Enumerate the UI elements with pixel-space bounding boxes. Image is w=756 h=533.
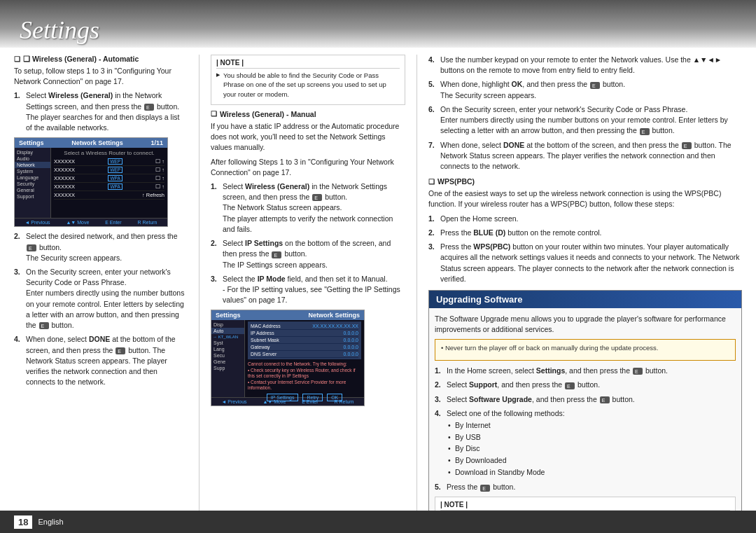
wps-heading: ❑ WPS(PBC) xyxy=(428,177,742,186)
mid-step-2: 2. Select IP Settings on the bottom of t… xyxy=(211,238,405,270)
wps-steps: 1. Open the Home screen. 2. Press the BL… xyxy=(428,214,742,284)
btn-icon-r5 xyxy=(590,82,600,89)
upgrade-step-5: 5. Press the button. xyxy=(435,482,736,492)
upgrade-step-3: 3. Select Software Upgrade, and then pre… xyxy=(435,394,736,405)
upgrade-heading: Upgrading Software xyxy=(429,291,741,308)
step-3: 3. On the Security screen, enter your ne… xyxy=(14,267,188,331)
upgrade-section: Upgrading Software The Software Upgrade … xyxy=(428,290,742,533)
wps-step-1: 1. Open the Home screen. xyxy=(428,214,742,224)
btn-icon-u3 xyxy=(600,396,610,403)
screen-mockup-1: Settings Network Settings 1/11 Display A… xyxy=(14,137,168,227)
left-steps-2-4: 2. Select the desired network, and then … xyxy=(14,231,188,387)
btn-icon-m1 xyxy=(312,194,322,201)
btn-icon-u1 xyxy=(633,368,643,375)
section2-intro: If you have a static IP address or the A… xyxy=(211,121,405,153)
section2-heading: ❑ Wireless (General) - Manual xyxy=(211,110,405,118)
section1-intro: To setup, follow steps 1 to 3 in "Config… xyxy=(14,66,188,87)
page-header: Settings xyxy=(0,0,756,48)
step-1: 1. Select Wireless (General) in the Netw… xyxy=(14,90,188,133)
mid-steps: 1. Select Wireless (General) in the Netw… xyxy=(211,181,405,305)
note-box-1: | NOTE | You should be able to find the … xyxy=(211,55,405,105)
btn-icon-r6 xyxy=(640,128,650,135)
right-column: 4. Use the number keypad on your remote … xyxy=(428,55,742,511)
wps-step-2: 2. Press the BLUE (D) button on the remo… xyxy=(428,228,742,238)
left-column: ❑ ❑ Wireless (General) - Automatic To se… xyxy=(14,55,188,511)
section1-heading: ❑ ❑ Wireless (General) - Automatic xyxy=(14,55,188,63)
right-step-4: 4. Use the number keypad on your remote … xyxy=(428,55,742,76)
btn-icon-m2 xyxy=(272,251,281,258)
upgrade-step-4: 4. Select one of the following methods: … xyxy=(435,408,736,479)
warning-box: • Never turn the player off or back on m… xyxy=(435,339,736,361)
btn-icon-4 xyxy=(115,347,125,354)
upgrade-step-1: 1. In the Home screen, select Settings, … xyxy=(435,366,736,376)
enter-icon xyxy=(27,244,36,251)
middle-column: | NOTE | You should be able to find the … xyxy=(211,55,405,511)
section2-para2: After following Steps 1 to 3 in "Configu… xyxy=(211,157,405,178)
right-step-5: 5. When done, highlight OK, and then pre… xyxy=(428,79,742,100)
enter-button-icon xyxy=(144,104,154,111)
page-footer: 18 English xyxy=(0,511,756,533)
footer-language: English xyxy=(38,518,63,526)
btn-icon-r7 xyxy=(682,142,692,149)
mid-step-1: 1. Select Wireless (General) in the Netw… xyxy=(211,181,405,235)
page-title: Settings xyxy=(20,15,99,45)
divider-2 xyxy=(416,55,417,511)
page-number: 18 xyxy=(14,515,32,529)
step-2: 2. Select the desired network, and then … xyxy=(14,231,188,263)
step-4: 4. When done, select DONE at the bottom … xyxy=(14,334,188,387)
upgrade-steps: 1. In the Home screen, select Settings, … xyxy=(435,366,736,493)
btn-icon-3 xyxy=(39,322,49,329)
right-step-7: 7. When done, select DONE at the bottom … xyxy=(428,140,742,172)
upgrade-step-2: 2. Select Support, and then press the bu… xyxy=(435,380,736,390)
mid-step-3: 3. Select the IP Mode field, and then se… xyxy=(211,274,405,306)
btn-icon-u2 xyxy=(565,382,575,389)
page: Settings ❑ ❑ Wireless (General) - Automa… xyxy=(0,0,756,533)
right-step-6: 6. On the Security screen, enter your ne… xyxy=(428,104,742,137)
divider-1 xyxy=(199,55,200,511)
wps-step-3: 3. Press the WPS(PBC) button on your rou… xyxy=(428,242,742,284)
btn-icon-u5 xyxy=(480,485,490,492)
upgrade-intro: The Software Upgrade menu allows you to … xyxy=(435,314,736,335)
main-content: ❑ ❑ Wireless (General) - Automatic To se… xyxy=(0,48,756,511)
wps-intro: One of the easiest ways to set up the wi… xyxy=(428,188,742,209)
right-steps-continued: 4. Use the number keypad on your remote … xyxy=(428,55,742,172)
screen-mockup-2: Settings Network Settings Disp Auto → KT… xyxy=(211,310,365,406)
left-steps-list: 1. Select Wireless (General) in the Netw… xyxy=(14,90,188,133)
